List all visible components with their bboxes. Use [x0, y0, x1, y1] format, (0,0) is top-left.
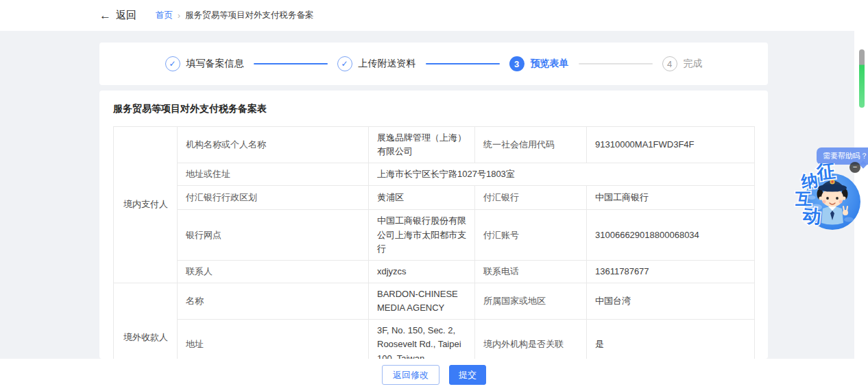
step-2-upload-docs: ✓ 上传附送资料	[337, 56, 416, 71]
phone-value: 13611787677	[587, 260, 755, 283]
top-bar: ← 返回 首页 › 服务贸易等项目对外支付税务备案	[0, 0, 868, 31]
step-connector-1	[254, 63, 328, 64]
bank-branch-label: 银行网点	[178, 210, 369, 260]
phone-label: 联系电话	[475, 260, 587, 283]
breadcrumb-home-link[interactable]: 首页	[156, 10, 173, 21]
pay-bank-label: 付汇银行	[475, 186, 587, 210]
step-connector-2	[426, 63, 500, 64]
contact-value: xdjyzcs	[369, 260, 475, 283]
scrollbar-thumb[interactable]	[859, 49, 865, 108]
payer-group-label: 境内支付人	[114, 127, 178, 283]
return-modify-button[interactable]: 返回修改	[382, 365, 439, 385]
badge-char-dong: 动	[801, 205, 822, 228]
form-title: 服务贸易等项目对外支付税务备案表	[99, 91, 768, 126]
table-row: 地址 3F, No. 150, Sec. 2, Roosevelt Rd., T…	[114, 320, 755, 359]
step-4-number: 4	[662, 56, 677, 71]
country-label: 所属国家或地区	[475, 283, 587, 319]
pay-account-value: 310066629018800068034	[587, 210, 755, 260]
stepper-card: ✓ 填写备案信息 ✓ 上传附送资料 3 预览表单 4 完成	[99, 43, 768, 85]
table-row: 地址或住址 上海市长宁区长宁路1027号1803室	[114, 163, 755, 186]
payee-name-label: 名称	[178, 283, 369, 319]
breadcrumb-separator-icon: ›	[178, 11, 180, 21]
payee-address-value: 3F, No. 150, Sec. 2, Roosevelt Rd., Taip…	[369, 320, 475, 359]
step-1-check-icon: ✓	[165, 56, 180, 71]
payee-address-label: 地址	[178, 320, 369, 359]
payee-name-value: BARDON-CHINESE MEDIA AGENCY	[369, 283, 475, 319]
pay-bank-value: 中国工商银行	[587, 186, 755, 210]
table-row: 境外收款人 名称 BARDON-CHINESE MEDIA AGENCY 所属国…	[114, 283, 755, 319]
step-connector-3	[579, 63, 653, 64]
step-3-number: 3	[509, 56, 525, 71]
related-label: 境内外机构是否关联	[475, 320, 587, 359]
payer-name-value: 展逸品牌管理（上海）有限公司	[369, 127, 475, 163]
bank-region-value: 黄浦区	[369, 186, 475, 210]
back-button[interactable]: ← 返回	[99, 9, 136, 22]
table-row: 付汇银行行政区划 黄浦区 付汇银行 中国工商银行	[114, 186, 755, 210]
tax-assistant-mascot[interactable]: 征 纳 互 动	[793, 163, 868, 237]
step-1-label: 填写备案信息	[186, 58, 244, 70]
badge-char-na: 纳	[799, 170, 819, 191]
step-3-preview-form: 3 预览表单	[509, 56, 569, 71]
pay-account-label: 付汇账号	[475, 210, 587, 260]
footer-action-bar: 返回修改 提交	[0, 359, 868, 391]
filing-preview-table: 境内支付人 机构名称或个人名称 展逸品牌管理（上海）有限公司 统一社会信用代码 …	[113, 126, 755, 359]
back-label: 返回	[116, 9, 136, 22]
step-2-label: 上传附送资料	[359, 58, 416, 70]
payer-address-value: 上海市长宁区长宁路1027号1803室	[369, 163, 755, 186]
credit-code-label: 统一社会信用代码	[475, 127, 587, 163]
payer-address-label: 地址或住址	[178, 163, 369, 186]
step-2-check-icon: ✓	[337, 56, 352, 71]
country-value: 中国台湾	[587, 283, 755, 319]
breadcrumb-current: 服务贸易等项目对外支付税务备案	[185, 10, 314, 21]
bank-branch-value: 中国工商银行股份有限公司上海市太阳都市支行	[369, 210, 475, 260]
contact-label: 联系人	[178, 260, 369, 283]
back-arrow-icon: ←	[99, 10, 111, 21]
help-tooltip: 需要帮助吗？	[817, 147, 868, 165]
badge-char-zheng: 征	[815, 163, 836, 182]
step-4-label: 完成	[684, 58, 703, 70]
related-value: 是	[587, 320, 755, 359]
breadcrumb: 首页 › 服务贸易等项目对外支付税务备案	[156, 10, 314, 21]
step-3-label: 预览表单	[531, 58, 569, 70]
table-row: 境内支付人 机构名称或个人名称 展逸品牌管理（上海）有限公司 统一社会信用代码 …	[114, 127, 755, 163]
payee-group-label: 境外收款人	[114, 283, 178, 359]
table-row: 联系人 xdjyzcs 联系电话 13611787677	[114, 260, 755, 283]
preview-form-card: 服务贸易等项目对外支付税务备案表 境内支付人 机构名称或个人名称 展逸品牌管理（…	[99, 91, 768, 359]
payer-name-label: 机构名称或个人名称	[178, 127, 369, 163]
bank-region-label: 付汇银行行政区划	[178, 186, 369, 210]
submit-button[interactable]: 提交	[449, 365, 486, 385]
table-row: 银行网点 中国工商银行股份有限公司上海市太阳都市支行 付汇账号 31006662…	[114, 210, 755, 260]
step-1-fill-info: ✓ 填写备案信息	[165, 56, 244, 71]
credit-code-value: 91310000MA1FWD3F4F	[587, 127, 755, 163]
step-4-complete: 4 完成	[662, 56, 703, 71]
